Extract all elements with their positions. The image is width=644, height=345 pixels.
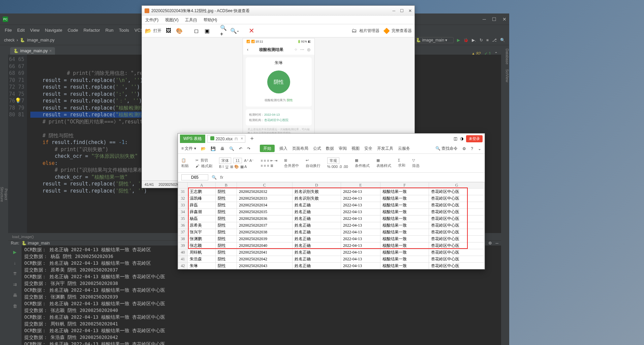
cell[interactable]: 20200250202039 xyxy=(237,236,292,242)
cell[interactable]: 张志颖 xyxy=(188,242,216,249)
fit-icon[interactable]: ◻ xyxy=(192,27,200,34)
close-icon[interactable]: ✕ xyxy=(408,8,412,13)
table-style-button[interactable]: 表格样式 xyxy=(376,163,391,168)
cell[interactable]: 核酸结果一致 xyxy=(380,236,429,242)
image-icon[interactable]: 🖼 xyxy=(165,27,172,34)
redo-icon[interactable]: ↷ xyxy=(247,146,250,151)
tool-structure[interactable]: Structure xyxy=(0,187,4,202)
menu-edit[interactable]: Edit xyxy=(17,28,25,33)
cell[interactable]: 杏花岭区中心医 xyxy=(429,242,485,249)
stop-icon[interactable]: ↓ xyxy=(11,259,19,266)
cell[interactable]: 20200250202032 xyxy=(237,189,292,195)
cell[interactable]: 杏花岭区中心医 xyxy=(429,202,485,209)
login-button[interactable]: 未登录 xyxy=(466,135,483,142)
ribbon-tab[interactable]: 视图 xyxy=(351,146,360,151)
cell[interactable]: 阴性 xyxy=(216,256,237,263)
cell[interactable]: 原希美 xyxy=(188,222,216,229)
cell[interactable]: 温凯峰 xyxy=(188,195,216,202)
cell[interactable]: 核酸结果一致 xyxy=(380,242,429,249)
trash-icon[interactable]: 🗑 xyxy=(11,302,19,310)
left-toolwindow-bar[interactable]: ProjectStructureFavorites xyxy=(0,45,8,345)
cell[interactable]: 王志鹏 xyxy=(188,189,216,195)
cond-format-button[interactable]: 条件格式 xyxy=(355,163,370,168)
cell[interactable]: 2022-04-13 xyxy=(341,202,380,209)
cell[interactable]: 核酸结果一致 xyxy=(380,256,429,263)
cell[interactable]: 姓名正确 xyxy=(292,256,341,263)
cell[interactable]: 杏花岭区中心医 xyxy=(429,236,485,242)
cell[interactable]: 阴性 xyxy=(216,249,237,256)
font-select[interactable]: 宋体 xyxy=(219,157,231,164)
cell[interactable]: 阴性 xyxy=(216,242,237,249)
debug-icon[interactable]: 🐞 xyxy=(463,38,468,42)
cell[interactable]: 张兴宇 xyxy=(188,229,216,236)
cell[interactable]: 杏花岭区中心医 xyxy=(429,209,485,215)
search-icon[interactable]: 🔍 xyxy=(500,38,505,42)
open-button[interactable]: 📂打开 xyxy=(145,27,161,34)
cell[interactable]: 2022-04-13 xyxy=(341,236,380,242)
run-config-selector[interactable]: 🐍 image_main ▾ xyxy=(413,37,454,43)
new-tab-button[interactable]: + xyxy=(247,135,256,142)
cell[interactable]: 阴性 xyxy=(216,263,237,269)
up-icon[interactable]: ⇈ xyxy=(11,270,19,277)
skin-icon[interactable]: ◑ xyxy=(460,136,463,141)
ribbon-tab[interactable]: 数据 xyxy=(326,146,334,151)
doc-tab[interactable]: 2020.xlsx⊓× xyxy=(207,135,246,143)
cell[interactable]: 阴性 xyxy=(216,189,237,195)
cell[interactable]: 杨磊 xyxy=(188,215,216,222)
close-icon[interactable]: ✕ xyxy=(502,17,507,22)
menu-view[interactable]: View xyxy=(30,28,39,33)
cell[interactable]: 姓名正确 xyxy=(292,249,341,256)
paste-button[interactable]: 粘贴 xyxy=(181,163,189,168)
filter-button[interactable]: 筛选 xyxy=(412,163,420,168)
ribbon-tab[interactable]: 开始 xyxy=(260,145,275,152)
cell[interactable]: 2022-04-13 xyxy=(341,256,380,263)
cell[interactable]: 20200250202040 xyxy=(237,242,292,249)
row-header[interactable]: 39 xyxy=(178,242,188,249)
ribbon-tab[interactable]: 公式 xyxy=(313,146,321,151)
col-header[interactable]: B xyxy=(216,182,237,189)
row-header[interactable]: 36 xyxy=(178,222,188,229)
file-menu[interactable]: ≡ 文件 ▾ xyxy=(181,146,196,151)
close-doc-icon[interactable]: × xyxy=(241,136,243,141)
ribbon-tab[interactable]: 安全 xyxy=(364,146,372,151)
cell[interactable]: 2022-04-13 xyxy=(341,222,380,229)
cell[interactable]: 薛鑫潮 xyxy=(188,209,216,215)
hide-icon[interactable]: ─ xyxy=(495,241,498,246)
col-header[interactable]: C xyxy=(237,182,292,189)
cell[interactable]: 2022-04-13 xyxy=(341,263,380,269)
cell[interactable]: 朱琳 xyxy=(188,263,216,269)
undo-icon[interactable]: ↶ xyxy=(239,146,242,151)
pin-icon[interactable]: ⊓ xyxy=(235,137,238,141)
gear-icon[interactable]: ⚙ xyxy=(488,241,492,246)
cell[interactable]: 2022-04-13 xyxy=(341,209,380,215)
run-icon[interactable]: ▶ xyxy=(457,38,460,42)
profile-icon[interactable]: ↻ xyxy=(480,38,483,42)
menu-file[interactable]: File xyxy=(5,28,12,33)
cell[interactable]: 杏花岭区中心医 xyxy=(429,189,485,195)
chevron-icon[interactable]: ⌄ xyxy=(478,146,481,151)
gear-icon[interactable]: ⚙ xyxy=(462,146,466,151)
fx-icon[interactable]: 🔍 xyxy=(212,175,217,180)
cut-button[interactable]: 剪切 xyxy=(201,158,208,163)
cell[interactable]: 姓名识别失败 xyxy=(292,189,341,195)
breadcrumb-file[interactable]: image_main.py xyxy=(27,38,54,42)
spreadsheet[interactable]: ABCDEFG31王志鹏阴性20200250202032姓名识别失败2022-0… xyxy=(178,182,485,269)
menu-item[interactable]: 帮助(H) xyxy=(204,17,217,23)
cell[interactable]: 2022-04-13 xyxy=(341,249,380,256)
cell[interactable]: 核酸结果一致 xyxy=(380,209,429,215)
cell[interactable]: 2022-04-13 xyxy=(341,215,380,222)
cell[interactable]: 核酸结果一致 xyxy=(380,222,429,229)
cell[interactable]: 杏花岭区中心医 xyxy=(429,222,485,229)
cell[interactable]: 20200250202042 xyxy=(237,256,292,263)
cell[interactable]: 杏花岭区中心医 xyxy=(429,229,485,236)
number-format[interactable]: 常规 xyxy=(327,157,339,164)
cell[interactable]: 姓名正确 xyxy=(292,202,341,209)
ribbon-tab[interactable]: 插入 xyxy=(279,146,287,151)
breadcrumb-project[interactable]: check xyxy=(4,38,14,42)
zoom-out-icon[interactable]: 🔍- xyxy=(231,27,238,34)
cell[interactable]: 姓名正确 xyxy=(292,215,341,222)
cell[interactable]: 阴性 xyxy=(216,236,237,242)
cell[interactable]: 20200250202033 xyxy=(237,195,292,202)
cell[interactable]: 20200250202034 xyxy=(237,202,292,209)
git-icon[interactable]: ⎇ xyxy=(492,38,497,42)
